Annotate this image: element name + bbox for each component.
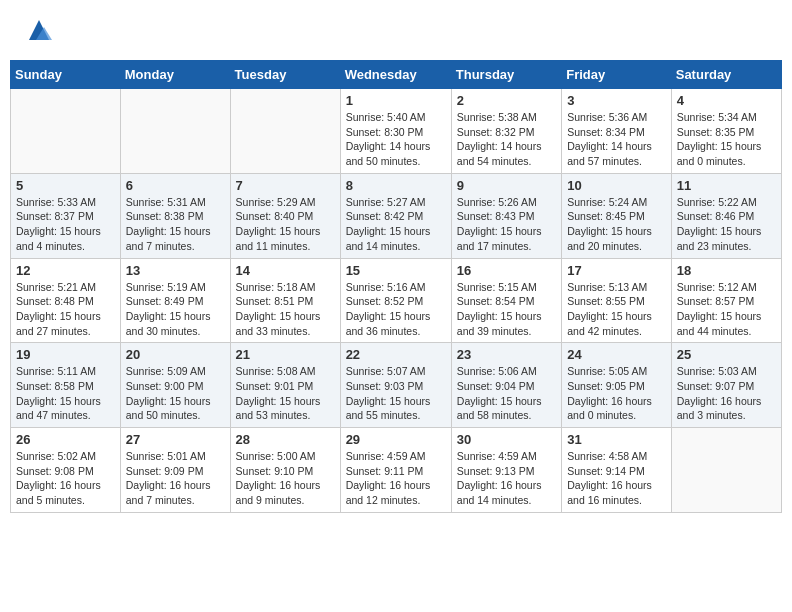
calendar-cell: 26Sunrise: 5:02 AM Sunset: 9:08 PM Dayli… xyxy=(11,428,121,513)
calendar-cell: 25Sunrise: 5:03 AM Sunset: 9:07 PM Dayli… xyxy=(671,343,781,428)
day-details: Sunrise: 5:09 AM Sunset: 9:00 PM Dayligh… xyxy=(126,364,225,423)
day-number: 24 xyxy=(567,347,666,362)
calendar-week-row: 19Sunrise: 5:11 AM Sunset: 8:58 PM Dayli… xyxy=(11,343,782,428)
calendar-cell: 21Sunrise: 5:08 AM Sunset: 9:01 PM Dayli… xyxy=(230,343,340,428)
day-number: 9 xyxy=(457,178,556,193)
calendar-cell: 18Sunrise: 5:12 AM Sunset: 8:57 PM Dayli… xyxy=(671,258,781,343)
calendar-cell: 27Sunrise: 5:01 AM Sunset: 9:09 PM Dayli… xyxy=(120,428,230,513)
day-details: Sunrise: 5:22 AM Sunset: 8:46 PM Dayligh… xyxy=(677,195,776,254)
day-details: Sunrise: 5:18 AM Sunset: 8:51 PM Dayligh… xyxy=(236,280,335,339)
day-number: 30 xyxy=(457,432,556,447)
day-number: 28 xyxy=(236,432,335,447)
weekday-header-friday: Friday xyxy=(562,61,672,89)
day-details: Sunrise: 5:27 AM Sunset: 8:42 PM Dayligh… xyxy=(346,195,446,254)
calendar-cell: 1Sunrise: 5:40 AM Sunset: 8:30 PM Daylig… xyxy=(340,89,451,174)
day-number: 23 xyxy=(457,347,556,362)
calendar-cell: 10Sunrise: 5:24 AM Sunset: 8:45 PM Dayli… xyxy=(562,173,672,258)
calendar-cell: 12Sunrise: 5:21 AM Sunset: 8:48 PM Dayli… xyxy=(11,258,121,343)
day-details: Sunrise: 5:12 AM Sunset: 8:57 PM Dayligh… xyxy=(677,280,776,339)
calendar-cell xyxy=(671,428,781,513)
calendar-week-row: 12Sunrise: 5:21 AM Sunset: 8:48 PM Dayli… xyxy=(11,258,782,343)
day-number: 3 xyxy=(567,93,666,108)
calendar-cell: 15Sunrise: 5:16 AM Sunset: 8:52 PM Dayli… xyxy=(340,258,451,343)
day-number: 12 xyxy=(16,263,115,278)
day-number: 17 xyxy=(567,263,666,278)
day-details: Sunrise: 5:13 AM Sunset: 8:55 PM Dayligh… xyxy=(567,280,666,339)
day-details: Sunrise: 5:31 AM Sunset: 8:38 PM Dayligh… xyxy=(126,195,225,254)
day-number: 15 xyxy=(346,263,446,278)
calendar-cell: 29Sunrise: 4:59 AM Sunset: 9:11 PM Dayli… xyxy=(340,428,451,513)
calendar-cell: 14Sunrise: 5:18 AM Sunset: 8:51 PM Dayli… xyxy=(230,258,340,343)
weekday-header-monday: Monday xyxy=(120,61,230,89)
calendar-cell: 31Sunrise: 4:58 AM Sunset: 9:14 PM Dayli… xyxy=(562,428,672,513)
calendar-cell: 28Sunrise: 5:00 AM Sunset: 9:10 PM Dayli… xyxy=(230,428,340,513)
page-header xyxy=(10,10,782,50)
day-number: 22 xyxy=(346,347,446,362)
weekday-header-row: SundayMondayTuesdayWednesdayThursdayFrid… xyxy=(11,61,782,89)
calendar-cell: 16Sunrise: 5:15 AM Sunset: 8:54 PM Dayli… xyxy=(451,258,561,343)
day-details: Sunrise: 4:59 AM Sunset: 9:11 PM Dayligh… xyxy=(346,449,446,508)
day-details: Sunrise: 5:19 AM Sunset: 8:49 PM Dayligh… xyxy=(126,280,225,339)
calendar-week-row: 26Sunrise: 5:02 AM Sunset: 9:08 PM Dayli… xyxy=(11,428,782,513)
day-details: Sunrise: 4:59 AM Sunset: 9:13 PM Dayligh… xyxy=(457,449,556,508)
day-number: 13 xyxy=(126,263,225,278)
day-details: Sunrise: 5:26 AM Sunset: 8:43 PM Dayligh… xyxy=(457,195,556,254)
day-number: 8 xyxy=(346,178,446,193)
day-number: 16 xyxy=(457,263,556,278)
calendar-cell xyxy=(230,89,340,174)
day-details: Sunrise: 5:07 AM Sunset: 9:03 PM Dayligh… xyxy=(346,364,446,423)
day-number: 29 xyxy=(346,432,446,447)
day-number: 1 xyxy=(346,93,446,108)
day-details: Sunrise: 5:38 AM Sunset: 8:32 PM Dayligh… xyxy=(457,110,556,169)
calendar-cell: 30Sunrise: 4:59 AM Sunset: 9:13 PM Dayli… xyxy=(451,428,561,513)
day-details: Sunrise: 5:03 AM Sunset: 9:07 PM Dayligh… xyxy=(677,364,776,423)
day-details: Sunrise: 5:36 AM Sunset: 8:34 PM Dayligh… xyxy=(567,110,666,169)
calendar-cell: 22Sunrise: 5:07 AM Sunset: 9:03 PM Dayli… xyxy=(340,343,451,428)
calendar-table: SundayMondayTuesdayWednesdayThursdayFrid… xyxy=(10,60,782,513)
day-details: Sunrise: 5:15 AM Sunset: 8:54 PM Dayligh… xyxy=(457,280,556,339)
day-number: 4 xyxy=(677,93,776,108)
weekday-header-saturday: Saturday xyxy=(671,61,781,89)
weekday-header-thursday: Thursday xyxy=(451,61,561,89)
day-number: 5 xyxy=(16,178,115,193)
calendar-cell xyxy=(11,89,121,174)
calendar-cell: 20Sunrise: 5:09 AM Sunset: 9:00 PM Dayli… xyxy=(120,343,230,428)
calendar-cell: 7Sunrise: 5:29 AM Sunset: 8:40 PM Daylig… xyxy=(230,173,340,258)
day-number: 11 xyxy=(677,178,776,193)
day-number: 27 xyxy=(126,432,225,447)
calendar-cell xyxy=(120,89,230,174)
day-number: 7 xyxy=(236,178,335,193)
weekday-header-sunday: Sunday xyxy=(11,61,121,89)
calendar-cell: 6Sunrise: 5:31 AM Sunset: 8:38 PM Daylig… xyxy=(120,173,230,258)
day-number: 26 xyxy=(16,432,115,447)
calendar-cell: 8Sunrise: 5:27 AM Sunset: 8:42 PM Daylig… xyxy=(340,173,451,258)
day-details: Sunrise: 5:16 AM Sunset: 8:52 PM Dayligh… xyxy=(346,280,446,339)
day-number: 25 xyxy=(677,347,776,362)
day-number: 14 xyxy=(236,263,335,278)
weekday-header-tuesday: Tuesday xyxy=(230,61,340,89)
day-details: Sunrise: 5:29 AM Sunset: 8:40 PM Dayligh… xyxy=(236,195,335,254)
logo xyxy=(20,15,54,45)
day-details: Sunrise: 4:58 AM Sunset: 9:14 PM Dayligh… xyxy=(567,449,666,508)
day-number: 6 xyxy=(126,178,225,193)
day-details: Sunrise: 5:08 AM Sunset: 9:01 PM Dayligh… xyxy=(236,364,335,423)
day-details: Sunrise: 5:34 AM Sunset: 8:35 PM Dayligh… xyxy=(677,110,776,169)
day-details: Sunrise: 5:21 AM Sunset: 8:48 PM Dayligh… xyxy=(16,280,115,339)
day-number: 10 xyxy=(567,178,666,193)
day-details: Sunrise: 5:02 AM Sunset: 9:08 PM Dayligh… xyxy=(16,449,115,508)
day-details: Sunrise: 5:11 AM Sunset: 8:58 PM Dayligh… xyxy=(16,364,115,423)
calendar-cell: 24Sunrise: 5:05 AM Sunset: 9:05 PM Dayli… xyxy=(562,343,672,428)
day-number: 2 xyxy=(457,93,556,108)
day-details: Sunrise: 5:33 AM Sunset: 8:37 PM Dayligh… xyxy=(16,195,115,254)
calendar-cell: 23Sunrise: 5:06 AM Sunset: 9:04 PM Dayli… xyxy=(451,343,561,428)
day-details: Sunrise: 5:06 AM Sunset: 9:04 PM Dayligh… xyxy=(457,364,556,423)
day-details: Sunrise: 5:40 AM Sunset: 8:30 PM Dayligh… xyxy=(346,110,446,169)
calendar-cell: 19Sunrise: 5:11 AM Sunset: 8:58 PM Dayli… xyxy=(11,343,121,428)
calendar-week-row: 1Sunrise: 5:40 AM Sunset: 8:30 PM Daylig… xyxy=(11,89,782,174)
calendar-cell: 3Sunrise: 5:36 AM Sunset: 8:34 PM Daylig… xyxy=(562,89,672,174)
calendar-cell: 2Sunrise: 5:38 AM Sunset: 8:32 PM Daylig… xyxy=(451,89,561,174)
day-number: 18 xyxy=(677,263,776,278)
calendar-cell: 13Sunrise: 5:19 AM Sunset: 8:49 PM Dayli… xyxy=(120,258,230,343)
calendar-cell: 5Sunrise: 5:33 AM Sunset: 8:37 PM Daylig… xyxy=(11,173,121,258)
weekday-header-wednesday: Wednesday xyxy=(340,61,451,89)
